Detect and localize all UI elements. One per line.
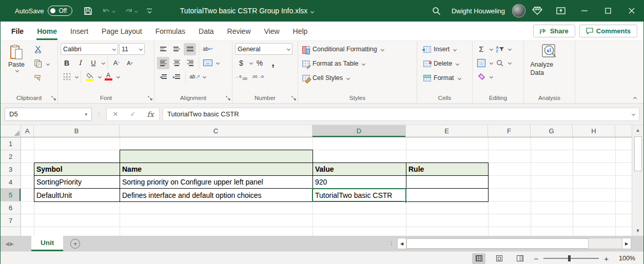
find-select-button[interactable] [494,57,506,69]
analyze-data-button[interactable]: Analyze Data [531,43,569,92]
minimize-button[interactable] [573,0,596,22]
paste-button[interactable]: Paste [3,43,30,92]
scroll-up-icon[interactable]: ▲ [632,125,643,135]
gem-icon[interactable] [525,0,549,22]
vertical-scroll-thumb[interactable] [634,136,642,171]
underline-button[interactable]: U [87,57,100,69]
page-layout-view-button[interactable] [493,253,506,264]
fill-dropdown-icon[interactable] [490,61,493,65]
tab-data[interactable]: Data [192,22,221,41]
new-sheet-button[interactable]: + [70,239,80,249]
scroll-left-icon[interactable]: ◀ [397,238,406,249]
format-cells-button[interactable]: Format [420,71,462,85]
title-dropdown-icon[interactable] [310,10,314,13]
column-header-d[interactable]: D [313,125,406,137]
alignment-dialog-launcher[interactable] [226,96,230,100]
cell-c2[interactable] [120,150,313,163]
zoom-in-button[interactable]: + [604,254,609,263]
increase-font-size-button[interactable]: A^ [110,57,123,69]
borders-dropdown-icon[interactable] [75,75,79,78]
top-align-button[interactable] [157,43,169,55]
tab-help[interactable]: Help [286,22,315,41]
share-button[interactable]: Share [533,25,575,37]
maximize-button[interactable] [596,0,620,22]
cell-e3[interactable]: Rule [406,163,488,176]
fill-color-button[interactable] [84,71,96,83]
fill-handle[interactable] [404,200,407,203]
bottom-align-button[interactable] [184,43,196,55]
decrease-indent-button[interactable]: ◂ [157,71,169,83]
formula-input[interactable]: TutorialTwo basic CSTR [163,108,639,121]
orientation-dropdown-icon[interactable] [203,75,206,78]
search-icon[interactable] [425,0,448,22]
insert-cells-button[interactable]: Insert [420,43,462,56]
column-header-a[interactable]: A [21,125,34,137]
align-right-button[interactable] [184,57,196,69]
tab-page-layout[interactable]: Page Layout [95,22,149,41]
conditional-formatting-button[interactable]: Conditional Formatting [301,43,385,56]
redo-dropdown-icon[interactable] [134,9,138,12]
column-header-h[interactable]: H [573,125,615,137]
cell-e4[interactable] [406,176,488,189]
column-header-e[interactable]: E [406,125,488,137]
fill-button[interactable]: ↓ [475,57,487,69]
name-box[interactable]: D5 ▾ [5,108,92,121]
clear-button[interactable] [475,71,487,83]
close-button[interactable] [620,0,643,22]
cell-e5[interactable] [406,189,488,201]
cell-b4[interactable]: SortingPriority [34,176,120,189]
zoom-slider-thumb[interactable] [568,255,571,261]
collapse-ribbon-icon[interactable] [633,97,637,100]
cell-c4[interactable]: Sorting priority on Configure upper left… [120,176,313,189]
scroll-right-icon[interactable]: ▶ [622,238,631,249]
autosave-control[interactable]: AutoSave Off [15,6,72,16]
cut-icon[interactable] [32,43,44,55]
insert-function-icon[interactable]: fx [142,110,159,118]
page-break-preview-button[interactable] [513,253,526,264]
column-header-g[interactable]: G [531,125,573,137]
cancel-icon[interactable]: ✕ [107,110,124,118]
format-as-table-button[interactable]: Format as Table [301,57,385,70]
undo-icon[interactable] [102,7,115,15]
sort-filter-button[interactable]: AZ [494,43,506,55]
row-header-partial[interactable] [1,227,21,236]
italic-button[interactable]: I [74,57,86,69]
autosave-toggle[interactable]: Off [48,6,72,16]
find-select-dropdown-icon[interactable] [508,61,512,65]
tab-insert[interactable]: Insert [64,22,95,41]
comma-style-button[interactable]: , [267,57,279,69]
customize-quick-access-toolbar-icon[interactable] [147,9,152,13]
underline-dropdown-icon[interactable] [102,61,105,65]
select-all-button[interactable] [1,125,21,137]
middle-align-button[interactable] [170,43,183,55]
row-header-1[interactable]: 1 [1,137,21,150]
borders-button[interactable] [61,71,73,83]
cells-region[interactable]: Symbol Name Value Rule SortingPriority S… [21,137,632,236]
autosum-button[interactable]: Σ [475,43,487,55]
row-header-6[interactable]: 6 [1,201,21,214]
zoom-slider[interactable] [543,258,599,259]
sheet-tab-unit[interactable]: Unit [31,236,63,251]
row-header-5[interactable]: 5 [1,189,21,201]
horizontal-scrollbar[interactable]: ⁞ ◀ ▶ [391,238,631,249]
row-header-4[interactable]: 4 [1,176,21,189]
accounting-format-button[interactable]: $ [235,57,247,69]
tab-formulas[interactable]: Formulas [149,22,192,41]
cell-b5[interactable]: DefaultUnit [34,189,120,201]
selected-cell-d5[interactable]: TutorialTwo basic CSTR [312,188,406,202]
row-header-2[interactable]: 2 [1,150,21,163]
tab-view[interactable]: View [258,22,286,41]
sheet-nav-right-icon[interactable]: ▶ [7,241,17,247]
copy-icon[interactable] [32,57,44,70]
vertical-scrollbar[interactable]: ▲ ▼ [632,125,643,236]
column-header-f[interactable]: F [488,125,531,137]
undo-dropdown-icon[interactable] [112,9,115,12]
row-header-7[interactable]: 7 [1,214,21,227]
tab-file[interactable]: File [5,22,30,41]
font-color-button[interactable]: A [102,71,114,83]
horizontal-scroll-thumb[interactable] [406,238,589,249]
font-size-combo[interactable]: 11 [119,43,145,55]
column-header-partial[interactable] [615,125,632,137]
decrease-decimal-button[interactable]: .00→0 [251,71,264,83]
save-icon[interactable] [84,7,92,15]
